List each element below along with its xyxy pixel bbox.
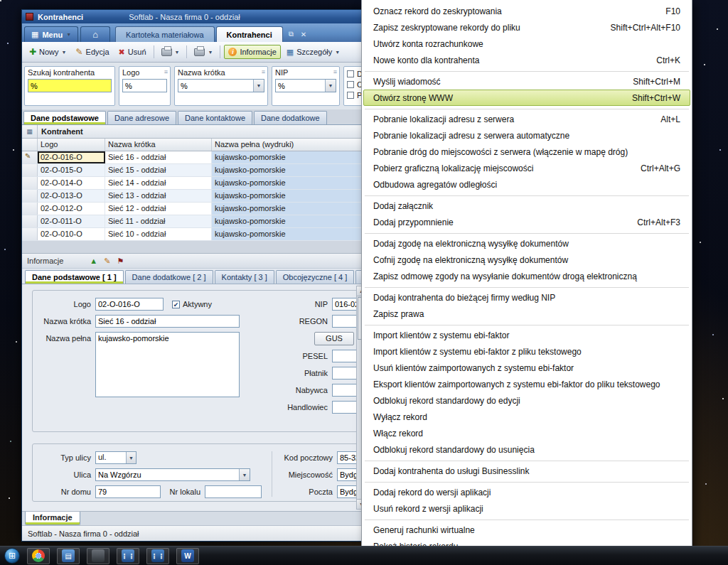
context-menu-item[interactable]: Dodaj kontrahenta do bieżącej firmy wedł… [363,289,690,306]
collapse-panel-icon[interactable]: ▲ [90,257,97,265]
grid-settings-icon[interactable]: ▦ [22,125,38,138]
house-no-field[interactable] [95,485,161,498]
gus-button[interactable]: GUS [314,332,354,345]
grid-tab[interactable]: Dane podstawowe [23,111,106,124]
taskbar-app-1[interactable]: ▤ [57,548,80,564]
context-menu-item[interactable]: Cofnij zgodę na elektroniczną wysyłkę do… [363,252,690,268]
info-toggle-button[interactable]: i Informacje [224,45,280,59]
street-field[interactable] [95,468,250,481]
home-tab[interactable]: ⌂ [80,26,110,42]
context-menu-item[interactable]: Generuj rachunki wirtualne [363,522,690,538]
row-selector-cell[interactable]: ✎ [22,151,38,163]
combo-arrow-icon[interactable]: ▼ [253,80,264,92]
short-name-filter-input[interactable] [178,79,264,92]
grid-tab[interactable]: Dane adresowe [107,111,176,124]
search-filter-group: Szukaj kontrahenta [24,66,115,106]
context-menu-item[interactable]: Zapisz odmowę zgody na wysyłanie dokumen… [363,268,690,284]
edit-button[interactable]: ✎ Edycja [73,45,113,59]
context-menu-item[interactable]: Dodaj rekord do wersji aplikacji [363,484,690,500]
context-menu-item[interactable]: Dodaj zgodę na elektroniczną wysyłkę dok… [363,235,690,252]
info-tab[interactable]: Dane podstawowe [ 1 ] [25,270,124,284]
context-menu-item[interactable]: Odbudowa agregatów odległości [363,176,690,193]
context-menu-item[interactable]: Dodaj przypomnienie Ctrl+Alt+F3 [363,214,690,230]
edit-panel-icon[interactable]: ✎ [104,257,110,266]
context-menu-item[interactable]: Wyłącz rekord [363,409,690,425]
start-button[interactable]: ⊞ [4,548,20,564]
context-menu-item[interactable]: Włącz rekord [363,425,690,441]
document-tab[interactable]: Kontrahenci [216,26,283,42]
context-menu-item[interactable]: Usuń rekord z wersji aplikacji [363,500,690,517]
context-menu-item[interactable]: Wyślij wiadomość Shift+Ctrl+M [363,73,690,90]
full-name-field[interactable]: kujawsko-pomorskie [95,332,240,397]
combo-arrow-icon[interactable]: ▼ [325,80,336,92]
search-input[interactable] [28,79,112,92]
grid-tab[interactable]: Dane dodatkowe [254,111,327,124]
details-button[interactable]: ▦ Szczegóły ▼ [283,45,343,59]
row-selector-cell[interactable]: ✎ [22,228,38,240]
context-menu-item[interactable]: Odblokuj rekord standardowy do edycji [363,392,690,409]
context-menu-item[interactable]: Import klientów z systemu ebi-faktor [363,327,690,343]
row-selector-cell[interactable]: ✎ [22,215,38,227]
context-menu-item[interactable]: Pobranie lokalizacji adresu z serwera au… [363,127,690,144]
checkbox-icon[interactable] [347,81,354,88]
row-selector-cell[interactable]: ✎ [22,203,38,215]
context-menu-item[interactable]: Dodaj kontrahenta do usługi Businesslink [363,463,690,479]
pin-panel-icon[interactable]: ⚑ [117,257,124,266]
taskbar-app-4[interactable]: ⋮⋮ [146,548,169,564]
short-name-column-header[interactable]: Nazwa krótka [105,139,212,151]
context-menu-item[interactable]: Zapisz zeskryptowane rekordy do pliku Sh… [363,19,690,36]
taskbar-app-chrome[interactable] [27,548,50,564]
context-menu-item[interactable]: Usuń klientów zaimportowanych z systemu … [363,360,690,376]
menu-button[interactable]: ▦ Menu ▼ [24,26,78,42]
logo-field[interactable] [95,298,164,311]
print-button[interactable]: ▼ [158,46,183,58]
cell-short-name: Sieć 10 - oddział [105,228,212,240]
taskbar-app-2[interactable] [87,548,109,564]
delete-button[interactable]: ✖ Usuń [115,45,150,59]
context-menu-item[interactable]: Pobierz graficzną lokalizację miejscowoś… [363,160,690,176]
context-menu-item[interactable]: Pobranie lokalizacji adresu z serwera Al… [363,111,690,127]
info-tab[interactable]: Obcojęzyczne [ 4 ] [276,270,355,284]
row-selector-cell[interactable]: ✎ [22,164,38,176]
logo-column-header[interactable]: Logo [38,139,105,151]
context-menu-item[interactable]: Import klientów z systemu ebi-faktor z p… [363,343,690,360]
logo-filter-input[interactable] [122,79,167,92]
group-handle-icon[interactable]: ≡ [333,68,337,75]
info-tab[interactable]: Dane dodatkowe [ 2 ] [125,270,213,284]
group-handle-icon[interactable]: ≡ [262,68,265,75]
taskbar-app-word[interactable]: W [176,548,199,564]
checkbox-icon[interactable] [347,92,354,99]
group-handle-icon[interactable]: ≡ [164,68,168,75]
print-preview-button[interactable]: ▼ [191,46,216,58]
row-selector-cell[interactable]: ✎ [22,190,38,202]
context-menu-item[interactable]: Oznacz rekord do zeskryptowania F10 [363,3,690,19]
context-menu-item[interactable]: Pobranie dróg do miejscowości z serwera … [363,144,690,160]
checkbox-icon[interactable] [347,70,354,77]
taskbar-app-3[interactable]: ⋮⋮ [117,548,139,564]
short-name-field[interactable] [95,315,240,328]
context-menu-item[interactable]: Eksport klientów zaimportowanych z syste… [363,376,690,392]
context-menu-item[interactable]: Otwórz stronę WWW Shift+Ctrl+W [363,90,690,106]
active-checkbox[interactable]: ✔ [172,301,180,308]
undock-tab-icon[interactable]: ⧉ [289,30,294,38]
search-filter-label: Szukaj kontrahenta [28,68,112,79]
context-menu-item[interactable]: Utwórz konta rozrachunkowe [363,36,690,52]
context-menu-item[interactable]: Zapisz prawa [363,306,690,322]
combo-arrow-icon[interactable]: ▼ [239,469,250,480]
document-tab[interactable]: Kartoteka materiałowa [115,26,214,42]
close-tab-icon[interactable]: ✕ [301,31,306,38]
menu-item-label: Import klientów z systemu ebi-faktor z p… [373,347,582,357]
flat-no-field[interactable] [205,485,262,498]
new-button[interactable]: ✚ Nowy ▼ [26,45,70,59]
document-tab-label: Kartoteka materiałowa [126,31,203,39]
context-menu-item[interactable]: Dodaj załącznik [363,198,690,214]
bottom-info-tab[interactable]: Informacje [25,512,80,525]
context-menu-item[interactable]: Odblokuj rekord standardowy do usunięcia [363,441,690,458]
combo-arrow-icon[interactable]: ▼ [126,452,136,463]
short-name-field-label: Nazwa krótka [37,317,95,325]
context-menu-item[interactable]: Nowe konto dla kontrahenta Ctrl+K [363,52,690,68]
street-type-select[interactable]: ul.▼ [95,451,136,464]
info-tab[interactable]: Kontakty [ 3 ] [215,270,274,284]
grid-tab[interactable]: Dane kontaktowe [178,111,252,124]
row-selector-cell[interactable]: ✎ [22,177,38,189]
